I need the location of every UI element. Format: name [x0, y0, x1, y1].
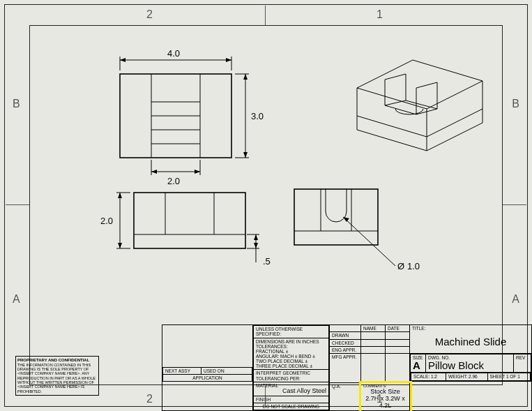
proprietary-body: THE INFORMATION CONTAINED IN THIS DRAWIN…: [17, 363, 96, 394]
stock-title: Stock Size: [370, 388, 400, 395]
proprietary-note: PROPRIETARY AND CONFIDENTIAL THE INFORMA…: [15, 356, 99, 396]
proprietary-title: PROPRIETARY AND CONFIDENTIAL: [17, 358, 89, 362]
dwg-val: Pillow Block: [428, 359, 484, 371]
dim-slot: 2.0: [167, 176, 180, 186]
scale: SCALE: 1:2: [411, 373, 446, 380]
dim-width: 4.0: [167, 48, 180, 59]
application: APPLICATION: [163, 374, 252, 381]
zone-top-1: 1: [377, 8, 383, 21]
zone-top-2: 2: [146, 8, 153, 21]
spec-header: UNLESS OTHERWISE SPECIFIED:: [254, 326, 329, 338]
used-on: USED ON: [202, 367, 252, 374]
dim-height: 3.0: [251, 111, 264, 121]
zone-tick: [6, 204, 29, 205]
zone-tick: [503, 204, 526, 205]
front-view: 4.0 3.0 2.0: [92, 43, 259, 189]
sheet: SHEET 1 OF 1: [487, 373, 530, 380]
zone-left-b: B: [13, 98, 20, 110]
svg-rect-27: [294, 189, 378, 245]
stock-size-cell: COMMENTS: Stock Size 2.7H x 3.2W x 4.2L: [361, 383, 410, 411]
zone-right-a: A: [512, 293, 519, 306]
svg-rect-16: [134, 193, 245, 248]
hole-view: Ø 1.0: [287, 182, 441, 287]
next-assy: NEXT ASSY: [163, 367, 202, 374]
title-val: Machined Slide: [412, 336, 529, 348]
material-val: Cast Alloy Steel: [282, 388, 326, 395]
dim-step: .5: [263, 256, 271, 267]
stock-val: 2.7H x 3.2W x 4.2L: [365, 395, 405, 409]
zone-right-b: B: [512, 98, 519, 110]
dim-dia-sym: Ø: [397, 261, 404, 271]
weight-val: 2.96: [469, 374, 478, 379]
svg-line-31: [343, 217, 395, 266]
dim-thick: 2.0: [100, 216, 113, 226]
dim-dia: 1.0: [407, 261, 420, 271]
zone-bot-2: 2: [146, 393, 153, 405]
zone-tick: [265, 6, 266, 25]
side-view: 2.0 .5: [99, 186, 280, 276]
zone-left-a: A: [13, 293, 20, 306]
size-val: A: [413, 359, 420, 371]
iso-view: [343, 39, 496, 165]
